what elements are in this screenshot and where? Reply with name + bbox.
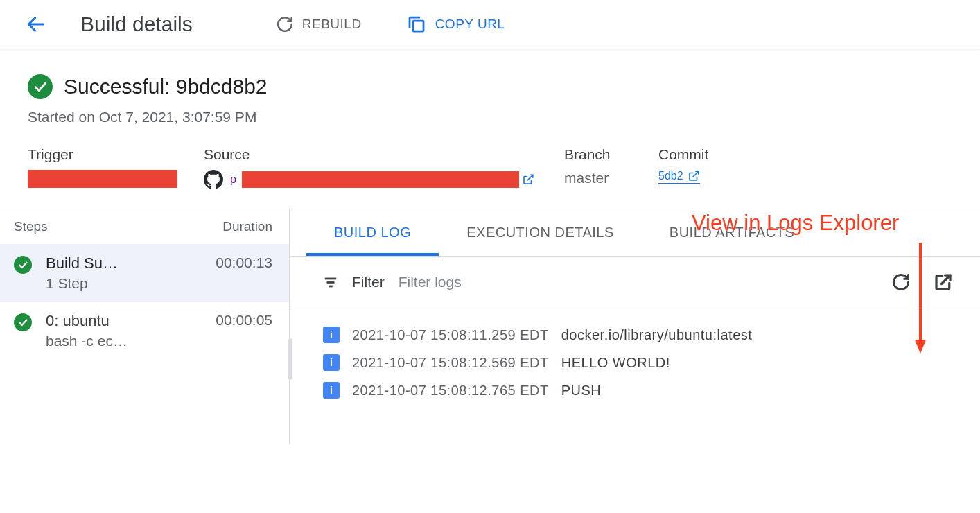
commit-column: Commit 5db2 bbox=[658, 146, 708, 189]
trigger-column: Trigger bbox=[28, 146, 204, 189]
duration-header-label: Duration bbox=[222, 219, 272, 234]
info-icon: i bbox=[323, 354, 340, 371]
branch-column: Branch master bbox=[564, 146, 658, 189]
tabs: BUILD LOG EXECUTION DETAILS BUILD ARTIFA… bbox=[290, 209, 980, 256]
branch-label: Branch bbox=[564, 146, 658, 163]
log-message: PUSH bbox=[561, 383, 602, 399]
trigger-label: Trigger bbox=[28, 146, 204, 163]
steps-panel: Steps Duration Build Su… 1 Step 00:00:13… bbox=[0, 209, 290, 444]
build-details-section: Successful: 9bdcd8b2 Started on Oct 7, 2… bbox=[0, 49, 980, 209]
copy-url-button[interactable]: COPY URL bbox=[406, 14, 505, 35]
started-on: Started on Oct 7, 2021, 3:07:59 PM bbox=[28, 109, 952, 125]
success-check-icon bbox=[14, 313, 32, 331]
info-icon: i bbox=[323, 382, 340, 399]
copy-icon bbox=[406, 14, 427, 35]
rebuild-button[interactable]: REBUILD bbox=[276, 15, 362, 33]
success-check-icon bbox=[28, 74, 53, 99]
branch-value: master bbox=[564, 170, 658, 186]
svg-rect-5 bbox=[327, 281, 335, 284]
filter-icon bbox=[323, 275, 338, 290]
tab-execution-details[interactable]: EXECUTION DETAILS bbox=[439, 209, 642, 256]
commit-value: 5db2 bbox=[658, 170, 683, 182]
log-timestamp: 2021-10-07 15:08:12.569 EDT bbox=[352, 355, 549, 371]
summary-duration: 00:00:13 bbox=[216, 254, 272, 271]
meta-row: Trigger Source p Branch master Commit 5d bbox=[28, 146, 952, 189]
build-summary-row[interactable]: Build Su… 1 Step 00:00:13 bbox=[0, 244, 289, 302]
external-link-icon bbox=[522, 173, 534, 186]
log-line[interactable]: i 2021-10-07 15:08:11.259 EDT docker.io/… bbox=[323, 321, 980, 349]
copy-url-label: COPY URL bbox=[435, 17, 505, 32]
svg-rect-1 bbox=[413, 21, 423, 31]
step-0-sub: bash -c ec… bbox=[46, 333, 202, 349]
log-line[interactable]: i 2021-10-07 15:08:12.765 EDT PUSH bbox=[323, 376, 980, 404]
log-message: docker.io/library/ubuntu:latest bbox=[561, 327, 753, 343]
source-label: Source bbox=[204, 146, 564, 163]
step-0-row[interactable]: 0: ubuntu bash -c ec… 00:00:05 bbox=[0, 302, 289, 359]
svg-line-2 bbox=[527, 175, 532, 180]
svg-line-3 bbox=[692, 171, 698, 177]
rebuild-label: REBUILD bbox=[302, 17, 362, 32]
split-panels: Steps Duration Build Su… 1 Step 00:00:13… bbox=[0, 209, 980, 444]
commit-link[interactable]: 5db2 bbox=[658, 170, 700, 184]
tab-build-log[interactable]: BUILD LOG bbox=[306, 209, 439, 256]
svg-rect-4 bbox=[325, 278, 337, 280]
success-check-icon bbox=[14, 256, 32, 274]
svg-rect-6 bbox=[329, 286, 333, 288]
filter-row: Filter bbox=[290, 256, 980, 308]
status-text: Successful: 9bdcd8b2 bbox=[64, 75, 268, 98]
summary-sub: 1 Step bbox=[46, 275, 202, 292]
log-line[interactable]: i 2021-10-07 15:08:12.569 EDT HELLO WORL… bbox=[323, 349, 980, 376]
steps-header: Steps Duration bbox=[0, 209, 289, 244]
refresh-logs-button[interactable] bbox=[887, 268, 915, 296]
log-message: HELLO WORLD! bbox=[561, 355, 670, 371]
filter-label: Filter bbox=[352, 274, 385, 290]
commit-label: Commit bbox=[658, 146, 708, 163]
top-bar: Build details REBUILD COPY URL bbox=[0, 0, 980, 49]
logs-panel: BUILD LOG EXECUTION DETAILS BUILD ARTIFA… bbox=[290, 209, 980, 444]
step-0-duration: 00:00:05 bbox=[216, 312, 272, 329]
source-value-redacted bbox=[242, 171, 519, 188]
info-icon: i bbox=[323, 327, 340, 343]
tab-build-artifacts[interactable]: BUILD ARTIFACTS bbox=[642, 209, 823, 256]
source-link[interactable]: p bbox=[230, 171, 534, 188]
summary-title: Build Su… bbox=[46, 254, 202, 272]
step-0-title: 0: ubuntu bbox=[46, 312, 202, 330]
filter-input[interactable] bbox=[399, 274, 873, 290]
log-timestamp: 2021-10-07 15:08:12.765 EDT bbox=[352, 383, 549, 399]
back-arrow-icon[interactable] bbox=[25, 13, 47, 35]
source-column: Source p bbox=[204, 146, 564, 189]
steps-header-label: Steps bbox=[14, 219, 48, 234]
github-icon bbox=[204, 170, 223, 189]
log-lines: i 2021-10-07 15:08:11.259 EDT docker.io/… bbox=[290, 308, 980, 404]
page-title: Build details bbox=[80, 12, 193, 36]
external-link-icon bbox=[688, 170, 700, 182]
trigger-value-redacted bbox=[28, 170, 177, 188]
resize-handle[interactable] bbox=[288, 338, 292, 380]
refresh-icon bbox=[276, 15, 294, 33]
log-timestamp: 2021-10-07 15:08:11.259 EDT bbox=[352, 327, 549, 343]
source-prefix: p bbox=[230, 173, 236, 186]
open-in-logs-explorer-button[interactable] bbox=[929, 268, 958, 297]
status-row: Successful: 9bdcd8b2 bbox=[28, 74, 952, 99]
